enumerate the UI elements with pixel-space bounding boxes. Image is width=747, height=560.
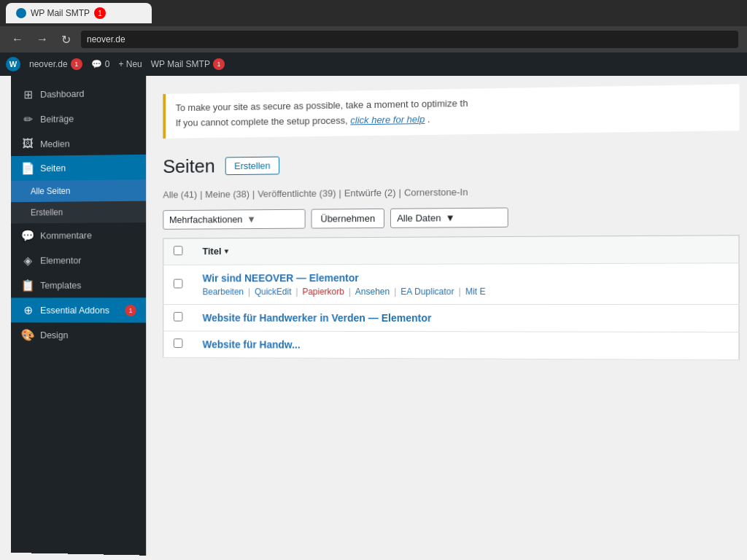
filter-all-label: Alle xyxy=(163,189,178,200)
filter-links: Alle (41) | Meine (38) | Veröffentlichte… xyxy=(163,184,739,200)
sidebar-label-beitraege: Beiträge xyxy=(40,113,74,124)
new-label: + Neu xyxy=(118,59,142,69)
tab-badge: 1 xyxy=(94,7,106,19)
apply-button[interactable]: Übernehmen xyxy=(311,208,385,228)
sidebar-item-essential-addons[interactable]: ⊕ Essential Addons 1 xyxy=(11,298,146,322)
reload-button[interactable]: ↻ xyxy=(58,31,74,48)
row-checkbox-cell xyxy=(163,265,193,304)
page-link[interactable]: Website für Handwerker in Verden — Eleme… xyxy=(203,311,432,323)
all-dates-chevron: ▼ xyxy=(446,212,455,223)
filter-mine-count: (38) xyxy=(233,188,249,199)
sidebar-label-seiten: Seiten xyxy=(40,163,66,174)
notice-text1: To make your site as secure as possible,… xyxy=(176,98,468,113)
filter-cornerstone-label: Cornerstone-In xyxy=(404,186,468,198)
filter-all[interactable]: Alle (41) xyxy=(163,189,197,200)
sidebar-item-elementor[interactable]: ◈ Elementor xyxy=(11,247,146,273)
address-bar[interactable]: neover.de xyxy=(81,31,738,48)
all-dates-label: Alle Daten xyxy=(397,212,441,223)
sidebar-label-kommentare: Kommentare xyxy=(40,230,92,241)
forward-button[interactable]: → xyxy=(34,31,51,47)
templates-icon: 📋 xyxy=(21,279,35,292)
filter-drafts-count: (2) xyxy=(384,187,396,198)
action-quickedit[interactable]: QuickEdit xyxy=(255,287,291,297)
sidebar-item-kommentare[interactable]: 💬 Kommentare xyxy=(11,222,146,248)
create-button[interactable]: Erstellen xyxy=(225,156,279,175)
select-all-checkbox[interactable] xyxy=(174,246,183,255)
table-row: Website für Handwerker in Verden — Eleme… xyxy=(163,304,739,332)
admin-bar-new[interactable]: + Neu xyxy=(118,59,142,69)
row-checkbox[interactable] xyxy=(174,311,183,321)
sidebar-item-medien[interactable]: 🖼 Medien xyxy=(11,130,146,156)
filter-all-count: (41) xyxy=(181,189,197,200)
sep4: | xyxy=(394,287,396,297)
filter-published[interactable]: Veröffentlichte (39) xyxy=(258,187,336,199)
row-checkbox-cell xyxy=(163,331,193,358)
security-notice: To make your site as secure as possible,… xyxy=(163,84,739,138)
plugin-label: WP Mail SMTP xyxy=(151,59,210,69)
filter-sep2: | xyxy=(252,188,255,199)
filter-cornerstone[interactable]: Cornerstone-In xyxy=(404,186,468,198)
action-bearbeiten[interactable]: Bearbeiten xyxy=(203,287,244,297)
filter-drafts[interactable]: Entwürfe (2) xyxy=(344,187,396,198)
admin-bar-plugin[interactable]: WP Mail SMTP 1 xyxy=(151,58,225,70)
title-sort-button[interactable]: Titel ▾ xyxy=(203,246,228,257)
row-title-cell: Wir sind NEEOVER — Elementor Bearbeiten … xyxy=(193,262,739,304)
action-papierkorb[interactable]: Papierkorb xyxy=(302,287,344,297)
sidebar-item-alle-seiten[interactable]: Alle Seiten xyxy=(11,179,146,202)
design-icon: 🎨 xyxy=(21,328,35,342)
all-dates-select[interactable]: Alle Daten ▼ xyxy=(390,207,508,228)
site-name: neover.de xyxy=(29,59,68,69)
sidebar-item-templates[interactable]: 📋 Templates xyxy=(11,273,146,298)
bulk-actions-chevron: ▼ xyxy=(247,214,256,225)
wp-logo[interactable]: W xyxy=(6,57,20,71)
nav-bar: ← → ↻ neover.de xyxy=(0,26,747,52)
page-link[interactable]: Wir sind NEEOVER — Elementor xyxy=(203,272,359,284)
sep1: | xyxy=(248,287,250,297)
bulk-actions-select[interactable]: Mehrfachaktionen ▼ xyxy=(163,209,305,229)
active-tab[interactable]: WP Mail SMTP 1 xyxy=(6,3,152,23)
page-title: Seiten xyxy=(163,155,214,177)
elementor-icon: ◈ xyxy=(21,254,35,268)
action-mit-e[interactable]: Mit E xyxy=(465,286,486,296)
notice-text3: . xyxy=(427,114,430,125)
sidebar-item-seiten[interactable]: 📄 Seiten xyxy=(11,155,146,181)
beitraege-icon: ✏ xyxy=(21,112,35,126)
sidebar-label-elementor: Elementor xyxy=(40,255,81,266)
seiten-icon: 📄 xyxy=(21,162,35,176)
action-ansehen[interactable]: Ansehen xyxy=(355,287,390,297)
filter-mine-label: Meine xyxy=(205,188,230,199)
sort-arrow-icon: ▾ xyxy=(224,247,228,255)
page-title-text: Wir sind NEEOVER — Elementor xyxy=(203,272,359,284)
back-button[interactable]: ← xyxy=(9,31,26,47)
sidebar-item-dashboard[interactable]: ⊞ Dashboard xyxy=(11,80,146,107)
sidebar-item-design[interactable]: 🎨 Design xyxy=(11,322,146,348)
sidebar-label-essential-addons: Essential Addons xyxy=(40,305,109,316)
notice-text2: If you cannot complete the setup process… xyxy=(176,114,348,128)
admin-bar-site[interactable]: neover.de 1 xyxy=(29,58,82,70)
comments-count: 0 xyxy=(105,59,110,69)
sep5: | xyxy=(459,286,461,296)
sidebar-label-dashboard: Dashboard xyxy=(40,88,84,100)
sidebar-seiten-sub: Alle Seiten Erstellen xyxy=(11,179,146,223)
row-title-cell: Website für Handw... xyxy=(193,331,739,360)
address-text: neover.de xyxy=(87,34,125,44)
header-title-col: Titel ▾ xyxy=(193,235,739,265)
row-checkbox[interactable] xyxy=(174,338,183,348)
page-header: Seiten Erstellen xyxy=(163,148,739,177)
sidebar: ⊞ Dashboard ✏ Beiträge 🖼 Medien 📄 Seiten… xyxy=(11,57,146,555)
notice-link[interactable]: click here for help xyxy=(350,114,425,126)
tab-label: WP Mail SMTP xyxy=(31,8,90,18)
action-ea-duplicator[interactable]: EA Duplicator xyxy=(400,286,454,296)
sidebar-label-medien: Medien xyxy=(40,138,69,149)
filter-published-label: Veröffentlichte xyxy=(258,187,317,199)
admin-bar-comments[interactable]: 💬 0 xyxy=(91,59,110,69)
essential-addons-badge: 1 xyxy=(125,305,136,316)
essential-addons-icon: ⊕ xyxy=(21,303,35,316)
pages-table: Titel ▾ Wir sind NEEOVER — Elementor xyxy=(163,235,739,360)
page-link[interactable]: Website für Handw... xyxy=(203,338,301,350)
sidebar-item-erstellen[interactable]: Erstellen xyxy=(11,201,146,224)
filter-sep3: | xyxy=(338,187,341,198)
sidebar-item-beitraege[interactable]: ✏ Beiträge xyxy=(11,105,146,132)
row-checkbox[interactable] xyxy=(174,279,183,288)
filter-mine[interactable]: Meine (38) xyxy=(205,188,249,199)
